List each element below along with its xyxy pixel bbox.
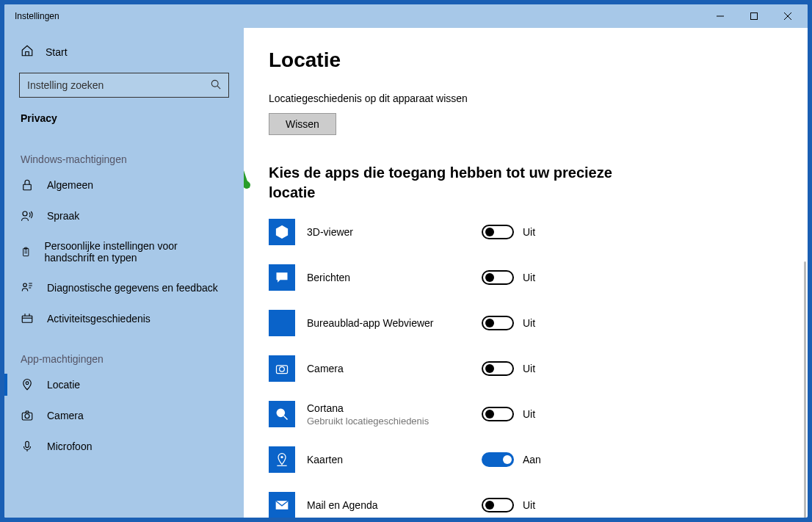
sidebar: Start Privacy Windows-machtigingen Algem…	[4, 28, 244, 518]
sidebar-item-label: Activiteitsgeschiedenis	[47, 313, 151, 325]
sidebar-item-feedback[interactable]: Diagnostische gegevens en feedback	[4, 272, 244, 303]
svg-point-23	[277, 409, 284, 416]
app-row: KaartenAan	[269, 446, 783, 473]
app-icon-blank	[269, 310, 295, 336]
toggle-state-label: Uit	[523, 226, 535, 238]
toggle-state-label: Uit	[523, 272, 535, 283]
app-row: CameraUit	[269, 355, 783, 382]
sidebar-item-lock[interactable]: Algemeen	[4, 170, 244, 200]
svg-point-7	[23, 211, 27, 216]
settings-window: Instellingen Start Privacy Windows-macht…	[4, 4, 808, 518]
toggle-state-label: Aan	[523, 454, 541, 465]
lock-icon	[21, 178, 34, 192]
svg-point-17	[26, 382, 29, 385]
svg-line-24	[284, 416, 288, 420]
search-input[interactable]	[19, 73, 229, 98]
sidebar-item-location[interactable]: Locatie	[4, 369, 244, 400]
toggle-area: Uit	[482, 407, 535, 421]
sidebar-item-label: Microfoon	[47, 441, 92, 452]
home-button[interactable]: Start	[4, 37, 244, 67]
toggle-switch[interactable]	[482, 361, 514, 376]
search-icon	[211, 79, 221, 92]
camera-icon	[21, 409, 34, 422]
window-controls	[703, 4, 805, 28]
app-icon-cube	[269, 219, 295, 245]
window-title: Instellingen	[15, 11, 703, 21]
search-wrap	[4, 67, 244, 105]
maximize-button[interactable]	[737, 4, 771, 28]
app-name: Mail en Agenda	[307, 499, 482, 511]
content-area: Locatie Locatiegeschiedenis op dit appar…	[244, 28, 808, 518]
app-row: CortanaGebruikt locatiegeschiedenisUit	[269, 401, 783, 427]
svg-point-19	[25, 414, 29, 418]
apps-section-title: Kies de apps die toegang hebben tot uw p…	[269, 163, 621, 203]
toggle-area: Uit	[482, 498, 535, 512]
svg-line-5	[217, 86, 220, 89]
sidebar-item-label: Locatie	[47, 379, 80, 391]
app-subtitle: Gebruikt locatiegeschiedenis	[307, 416, 482, 427]
app-name: Camera	[307, 363, 482, 374]
app-icon-camera-app	[269, 355, 295, 382]
history-description: Locatiegeschiedenis op dit apparaat wiss…	[269, 93, 783, 104]
toggle-area: Uit	[482, 225, 535, 239]
toggle-area: Uit	[482, 270, 535, 285]
toggle-state-label: Uit	[523, 408, 535, 420]
sidebar-item-camera[interactable]: Camera	[4, 400, 244, 431]
minimize-button[interactable]	[703, 4, 737, 28]
toggle-area: Uit	[482, 361, 535, 376]
annotation-arrow-icon	[244, 153, 255, 197]
sidebar-item-microphone[interactable]: Microfoon	[4, 431, 244, 462]
sidebar-item-label: Diagnostische gegevens en feedback	[47, 282, 218, 294]
app-row: 3D-viewerUit	[269, 219, 783, 245]
svg-point-4	[211, 80, 218, 87]
feedback-icon	[21, 281, 34, 294]
toggle-switch[interactable]	[482, 407, 514, 421]
app-icon-mail	[269, 492, 295, 518]
toggle-switch[interactable]	[482, 225, 514, 239]
app-name: Bureaublad-app Webviewer	[307, 317, 482, 329]
sidebar-item-activity[interactable]: Activiteitsgeschiedenis	[4, 303, 244, 334]
app-name: CortanaGebruikt locatiegeschiedenis	[307, 402, 482, 427]
speech-icon	[21, 209, 34, 222]
window-body: Start Privacy Windows-machtigingen Algem…	[4, 28, 808, 518]
clipboard-icon	[21, 245, 31, 258]
toggle-switch[interactable]	[482, 270, 514, 285]
app-icon-search	[269, 401, 295, 427]
sidebar-item-label: Camera	[47, 410, 84, 421]
titlebar: Instellingen	[4, 4, 808, 28]
toggle-switch[interactable]	[482, 316, 514, 330]
close-button[interactable]	[771, 4, 805, 28]
toggle-switch[interactable]	[482, 498, 514, 512]
app-icon-maps	[269, 446, 295, 473]
app-row: Bureaublad-app WebviewerUit	[269, 310, 783, 336]
activity-icon	[21, 312, 34, 325]
sidebar-item-label: Algemeen	[47, 179, 93, 191]
app-row: Mail en AgendaUit	[269, 492, 783, 518]
toggle-state-label: Uit	[523, 317, 535, 329]
svg-point-12	[23, 283, 27, 287]
home-icon	[21, 44, 34, 59]
sidebar-item-label: Persoonlijke instellingen voor handschri…	[44, 240, 228, 264]
toggle-state-label: Uit	[523, 499, 535, 511]
page-title: Locatie	[269, 48, 783, 72]
home-label: Start	[46, 46, 68, 58]
svg-rect-1	[751, 13, 758, 20]
app-icon-chat	[269, 264, 295, 291]
svg-rect-13	[22, 316, 32, 322]
scrollbar[interactable]	[804, 261, 806, 518]
search-field[interactable]	[27, 79, 211, 91]
app-row: BerichtenUit	[269, 264, 783, 291]
svg-point-25	[280, 456, 283, 458]
sidebar-item-clipboard[interactable]: Persoonlijke instellingen voor handschri…	[4, 231, 244, 272]
privacy-heading: Privacy	[4, 105, 244, 134]
section-windows-permissions: Windows-machtigingen	[4, 134, 244, 170]
sidebar-item-speech[interactable]: Spraak	[4, 200, 244, 231]
toggle-state-label: Uit	[523, 363, 535, 374]
sidebar-item-label: Spraak	[47, 210, 79, 222]
clear-history-button[interactable]: Wissen	[269, 113, 336, 135]
app-name: Berichten	[307, 272, 482, 283]
section-app-permissions: App-machtigingen	[4, 334, 244, 369]
microphone-icon	[21, 440, 34, 453]
toggle-switch[interactable]	[482, 452, 514, 467]
svg-rect-6	[23, 184, 32, 190]
